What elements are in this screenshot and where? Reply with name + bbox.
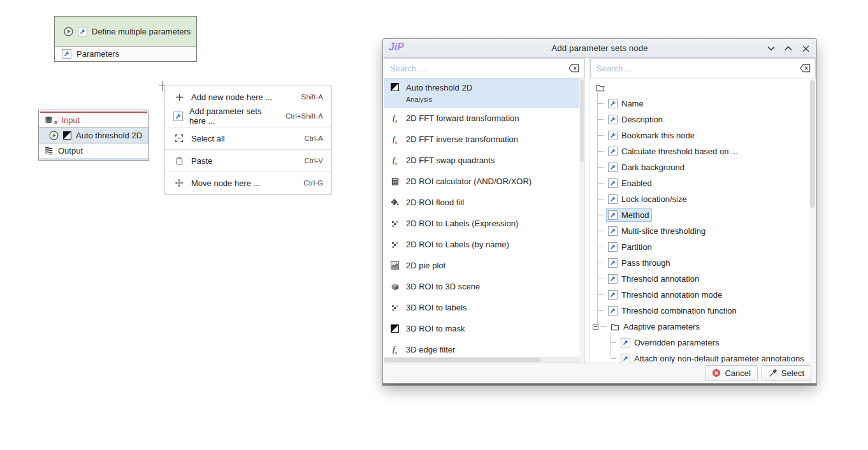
tree-item-label: Dark background	[621, 163, 684, 172]
tree-item-content[interactable]: Bookmark this node	[606, 129, 698, 142]
menu-item[interactable]: Select allCtrl-A	[165, 129, 331, 148]
tree-item-content[interactable]: Partition	[606, 240, 655, 254]
wrench-icon	[608, 163, 618, 172]
menu-item[interactable]: Add new node here ...Shift-A	[165, 87, 331, 106]
input-slot-count: 8	[54, 120, 57, 126]
tree-vertical-scrollbar[interactable]	[809, 78, 816, 363]
tree-item-content[interactable]: Multi-slice thresholding	[606, 224, 709, 238]
node-list-item[interactable]: 2D pie plot	[384, 255, 584, 276]
node-list-item[interactable]: 3D ROI to 3D scene	[384, 276, 584, 297]
input-slot[interactable]: 8 Input	[39, 113, 148, 127]
dialog-footer: Cancel Select	[384, 363, 816, 382]
node-list-item-text: 2D FFT inverse transformation	[406, 134, 518, 144]
dialog-titlebar[interactable]: JiP Add parameter sets node	[383, 39, 816, 58]
node-list-item[interactable]: 2D ROI calculator (AND/OR/XOR)	[384, 171, 584, 192]
parameter-search-input[interactable]	[590, 58, 816, 78]
node-editor-canvas[interactable]: Define multiple parameters Parameters 8 …	[0, 0, 868, 450]
node-list-item[interactable]: 3D ROI to mask	[384, 318, 584, 339]
tree-item-content[interactable]: Threshold annotation mode	[606, 288, 725, 301]
plus-icon	[173, 93, 185, 101]
node-list-item[interactable]: 2D ROI to Labels (by name)	[384, 234, 584, 255]
parameter-tree-item[interactable]: Threshold combination function	[590, 303, 816, 319]
context-menu: Add new node here ...Shift-AAdd paramete…	[164, 85, 332, 195]
tree-item-content[interactable]: Attach only non-default parameter annota…	[619, 352, 807, 363]
tree-item-content[interactable]: Threshold combination function	[606, 304, 740, 317]
mask-icon	[389, 83, 400, 91]
tree-item-content[interactable]: Adaptive parameters	[609, 320, 703, 333]
play-icon[interactable]	[64, 27, 73, 36]
parameter-tree-item[interactable]: Calculate threshold based on ...	[590, 143, 816, 159]
parameter-tree-item[interactable]: Description	[590, 112, 816, 127]
node-list-item[interactable]: 2D ROI to Labels (Expression)	[384, 213, 584, 234]
tree-item-label: Partition	[621, 242, 652, 252]
parameter-tree-item[interactable]: Bookmark this node	[590, 127, 816, 143]
calculator-icon	[389, 178, 400, 185]
parameter-tree-item[interactable]: Multi-slice thresholding	[590, 223, 816, 239]
tree-item-content[interactable]: Overridden parameters	[619, 336, 723, 349]
auto-threshold-node[interactable]: 8 Input Auto threshold 2D Output	[38, 110, 149, 161]
node-list-item[interactable]: fx2D FFT inverse transformation	[384, 129, 584, 150]
node-list-horizontal-scrollbar[interactable]	[384, 357, 579, 363]
scrollbar-thumb[interactable]	[810, 80, 815, 208]
node-list-item[interactable]: 2D ROI flood fill	[384, 192, 584, 213]
tree-item-content[interactable]: Method	[606, 208, 652, 222]
jipipe-logo: JiP	[389, 41, 404, 53]
tree-guide-dash	[611, 358, 616, 359]
tree-item-content[interactable]: Description	[606, 113, 666, 126]
node-list-rows: Auto threshold 2DAnalysisfx2D FFT forwar…	[384, 78, 584, 360]
close-button[interactable]	[801, 44, 810, 53]
tree-guide-dash	[598, 247, 604, 247]
tree-item-content[interactable]: Name	[606, 97, 647, 110]
node-search-input[interactable]	[384, 58, 584, 78]
panel-splitter[interactable]	[585, 58, 590, 363]
parameter-tree-item[interactable]: Overridden parameters	[590, 335, 816, 351]
clear-search-icon[interactable]	[800, 63, 811, 73]
parameter-tree-item[interactable]: Dark background	[590, 159, 816, 175]
scrollbar-thumb[interactable]	[384, 358, 541, 362]
parameter-tree-item[interactable]	[590, 80, 816, 96]
parameter-tree-item[interactable]: Lock location/size	[590, 191, 816, 207]
fx-icon: fx	[389, 113, 400, 124]
tree-item-content[interactable]: Pass through	[606, 256, 674, 270]
define-parameters-node[interactable]: Define multiple parameters Parameters	[54, 16, 197, 62]
output-slot[interactable]: Output	[39, 143, 148, 158]
tree-item-label: Adaptive parameters	[623, 322, 700, 331]
unshade-button[interactable]	[784, 44, 793, 53]
parameter-tree-item[interactable]: Method	[590, 207, 816, 223]
node-list-item[interactable]: fx2D FFT forward transformation	[384, 108, 584, 129]
menu-item[interactable]: Add parameter sets here ...Ctrl+Shift-A	[165, 106, 331, 126]
parameter-tree-item[interactable]: Threshold annotation	[590, 271, 816, 287]
parameter-tree-item[interactable]: Enabled	[590, 175, 816, 191]
parameter-tree-item[interactable]: Pass through	[590, 255, 816, 271]
auto-threshold-node-header[interactable]: Auto threshold 2D	[39, 127, 148, 143]
tree-item-content[interactable]: Threshold annotation	[606, 272, 702, 286]
scrollbar-thumb[interactable]	[580, 80, 584, 161]
parameter-tree-item[interactable]: Adaptive parameters	[590, 319, 816, 335]
cancel-button-label: Cancel	[725, 368, 750, 378]
shade-button[interactable]	[767, 44, 776, 53]
node-list-item-text: Auto threshold 2DAnalysis	[406, 83, 472, 103]
wrench-icon	[608, 290, 618, 300]
tree-item-content[interactable]: Dark background	[606, 161, 688, 174]
menu-item[interactable]: PasteCtrl-V	[165, 151, 331, 170]
select-button-label: Select	[781, 368, 804, 378]
tree-item-content[interactable]	[594, 82, 608, 94]
menu-item[interactable]: Move node here ...Ctrl-G	[165, 173, 331, 192]
node-list-item[interactable]: Auto threshold 2DAnalysis	[384, 78, 584, 108]
parameter-tree-item[interactable]: Partition	[590, 239, 816, 255]
tree-item-content[interactable]: Enabled	[606, 177, 655, 190]
define-parameters-node-header[interactable]: Define multiple parameters	[55, 17, 196, 46]
tree-item-content[interactable]: Calculate threshold based on ...	[606, 145, 741, 158]
parameter-tree-item[interactable]: Attach only non-default parameter annota…	[590, 351, 816, 363]
clear-search-icon[interactable]	[568, 63, 579, 73]
cancel-button[interactable]: Cancel	[705, 365, 757, 381]
parameter-tree-item[interactable]: Name	[590, 96, 816, 112]
select-button[interactable]: Select	[762, 365, 811, 381]
node-list-item[interactable]: 3D ROI to labels	[384, 297, 584, 318]
node-list-vertical-scrollbar[interactable]	[579, 78, 584, 363]
node-list-item[interactable]: fx2D FFT swap quadrants	[384, 150, 584, 171]
parameter-tree-item[interactable]: Threshold annotation mode	[590, 287, 816, 303]
play-icon[interactable]	[49, 131, 59, 140]
parameters-slot[interactable]: Parameters	[55, 46, 196, 61]
tree-item-content[interactable]: Lock location/size	[606, 192, 690, 206]
